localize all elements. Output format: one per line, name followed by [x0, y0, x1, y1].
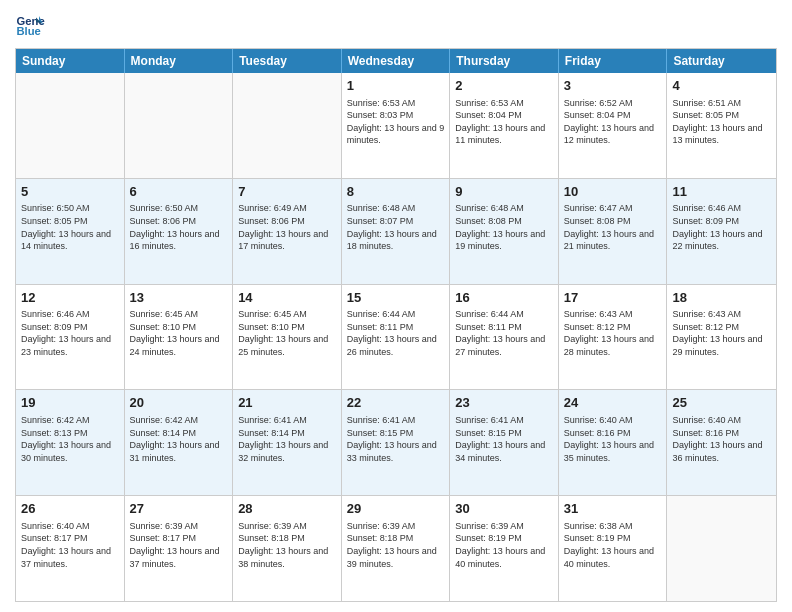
day-info: Sunrise: 6:46 AM Sunset: 8:09 PM Dayligh… [672, 202, 771, 252]
weekday-header: Tuesday [233, 49, 342, 73]
calendar-cell: 4Sunrise: 6:51 AM Sunset: 8:05 PM Daylig… [667, 73, 776, 178]
calendar-row: 1Sunrise: 6:53 AM Sunset: 8:03 PM Daylig… [16, 73, 776, 178]
day-info: Sunrise: 6:44 AM Sunset: 8:11 PM Dayligh… [455, 308, 553, 358]
day-info: Sunrise: 6:41 AM Sunset: 8:15 PM Dayligh… [455, 414, 553, 464]
day-info: Sunrise: 6:49 AM Sunset: 8:06 PM Dayligh… [238, 202, 336, 252]
day-number: 31 [564, 500, 662, 518]
calendar-cell [233, 73, 342, 178]
day-number: 29 [347, 500, 445, 518]
calendar-cell: 20Sunrise: 6:42 AM Sunset: 8:14 PM Dayli… [125, 390, 234, 495]
day-info: Sunrise: 6:45 AM Sunset: 8:10 PM Dayligh… [130, 308, 228, 358]
day-number: 5 [21, 183, 119, 201]
day-number: 9 [455, 183, 553, 201]
calendar-cell: 30Sunrise: 6:39 AM Sunset: 8:19 PM Dayli… [450, 496, 559, 601]
day-info: Sunrise: 6:47 AM Sunset: 8:08 PM Dayligh… [564, 202, 662, 252]
day-number: 22 [347, 394, 445, 412]
day-info: Sunrise: 6:42 AM Sunset: 8:14 PM Dayligh… [130, 414, 228, 464]
calendar-cell: 28Sunrise: 6:39 AM Sunset: 8:18 PM Dayli… [233, 496, 342, 601]
day-number: 20 [130, 394, 228, 412]
weekday-header: Monday [125, 49, 234, 73]
day-info: Sunrise: 6:43 AM Sunset: 8:12 PM Dayligh… [564, 308, 662, 358]
day-number: 27 [130, 500, 228, 518]
day-number: 16 [455, 289, 553, 307]
day-info: Sunrise: 6:39 AM Sunset: 8:18 PM Dayligh… [347, 520, 445, 570]
calendar-cell: 18Sunrise: 6:43 AM Sunset: 8:12 PM Dayli… [667, 285, 776, 390]
day-info: Sunrise: 6:42 AM Sunset: 8:13 PM Dayligh… [21, 414, 119, 464]
day-number: 13 [130, 289, 228, 307]
day-number: 10 [564, 183, 662, 201]
calendar-cell: 10Sunrise: 6:47 AM Sunset: 8:08 PM Dayli… [559, 179, 668, 284]
calendar-cell: 16Sunrise: 6:44 AM Sunset: 8:11 PM Dayli… [450, 285, 559, 390]
day-number: 12 [21, 289, 119, 307]
day-number: 25 [672, 394, 771, 412]
calendar-cell [16, 73, 125, 178]
day-info: Sunrise: 6:44 AM Sunset: 8:11 PM Dayligh… [347, 308, 445, 358]
day-info: Sunrise: 6:39 AM Sunset: 8:17 PM Dayligh… [130, 520, 228, 570]
calendar-body: 1Sunrise: 6:53 AM Sunset: 8:03 PM Daylig… [16, 73, 776, 601]
calendar-cell: 8Sunrise: 6:48 AM Sunset: 8:07 PM Daylig… [342, 179, 451, 284]
day-info: Sunrise: 6:48 AM Sunset: 8:07 PM Dayligh… [347, 202, 445, 252]
day-number: 14 [238, 289, 336, 307]
day-info: Sunrise: 6:48 AM Sunset: 8:08 PM Dayligh… [455, 202, 553, 252]
day-info: Sunrise: 6:46 AM Sunset: 8:09 PM Dayligh… [21, 308, 119, 358]
calendar-cell: 29Sunrise: 6:39 AM Sunset: 8:18 PM Dayli… [342, 496, 451, 601]
day-number: 24 [564, 394, 662, 412]
day-number: 3 [564, 77, 662, 95]
calendar-cell [667, 496, 776, 601]
day-number: 11 [672, 183, 771, 201]
day-number: 1 [347, 77, 445, 95]
calendar-cell: 26Sunrise: 6:40 AM Sunset: 8:17 PM Dayli… [16, 496, 125, 601]
day-info: Sunrise: 6:50 AM Sunset: 8:06 PM Dayligh… [130, 202, 228, 252]
calendar-header: SundayMondayTuesdayWednesdayThursdayFrid… [16, 49, 776, 73]
logo: General Blue [15, 10, 45, 40]
logo-icon: General Blue [15, 10, 45, 40]
day-info: Sunrise: 6:39 AM Sunset: 8:18 PM Dayligh… [238, 520, 336, 570]
day-number: 6 [130, 183, 228, 201]
day-info: Sunrise: 6:50 AM Sunset: 8:05 PM Dayligh… [21, 202, 119, 252]
calendar-cell: 9Sunrise: 6:48 AM Sunset: 8:08 PM Daylig… [450, 179, 559, 284]
calendar: SundayMondayTuesdayWednesdayThursdayFrid… [15, 48, 777, 602]
weekday-header: Wednesday [342, 49, 451, 73]
weekday-header: Saturday [667, 49, 776, 73]
calendar-row: 12Sunrise: 6:46 AM Sunset: 8:09 PM Dayli… [16, 284, 776, 390]
day-number: 26 [21, 500, 119, 518]
day-number: 21 [238, 394, 336, 412]
day-info: Sunrise: 6:51 AM Sunset: 8:05 PM Dayligh… [672, 97, 771, 147]
day-number: 4 [672, 77, 771, 95]
calendar-cell: 21Sunrise: 6:41 AM Sunset: 8:14 PM Dayli… [233, 390, 342, 495]
day-info: Sunrise: 6:39 AM Sunset: 8:19 PM Dayligh… [455, 520, 553, 570]
calendar-cell: 6Sunrise: 6:50 AM Sunset: 8:06 PM Daylig… [125, 179, 234, 284]
day-info: Sunrise: 6:40 AM Sunset: 8:17 PM Dayligh… [21, 520, 119, 570]
calendar-row: 5Sunrise: 6:50 AM Sunset: 8:05 PM Daylig… [16, 178, 776, 284]
calendar-cell: 11Sunrise: 6:46 AM Sunset: 8:09 PM Dayli… [667, 179, 776, 284]
page: General Blue SundayMondayTuesdayWednesda… [0, 0, 792, 612]
calendar-row: 19Sunrise: 6:42 AM Sunset: 8:13 PM Dayli… [16, 389, 776, 495]
svg-text:Blue: Blue [17, 25, 41, 37]
day-info: Sunrise: 6:43 AM Sunset: 8:12 PM Dayligh… [672, 308, 771, 358]
day-info: Sunrise: 6:40 AM Sunset: 8:16 PM Dayligh… [672, 414, 771, 464]
calendar-cell: 27Sunrise: 6:39 AM Sunset: 8:17 PM Dayli… [125, 496, 234, 601]
calendar-cell: 13Sunrise: 6:45 AM Sunset: 8:10 PM Dayli… [125, 285, 234, 390]
day-number: 23 [455, 394, 553, 412]
calendar-cell: 31Sunrise: 6:38 AM Sunset: 8:19 PM Dayli… [559, 496, 668, 601]
day-number: 19 [21, 394, 119, 412]
calendar-cell: 23Sunrise: 6:41 AM Sunset: 8:15 PM Dayli… [450, 390, 559, 495]
day-info: Sunrise: 6:53 AM Sunset: 8:04 PM Dayligh… [455, 97, 553, 147]
calendar-cell: 24Sunrise: 6:40 AM Sunset: 8:16 PM Dayli… [559, 390, 668, 495]
calendar-row: 26Sunrise: 6:40 AM Sunset: 8:17 PM Dayli… [16, 495, 776, 601]
calendar-cell: 14Sunrise: 6:45 AM Sunset: 8:10 PM Dayli… [233, 285, 342, 390]
day-number: 30 [455, 500, 553, 518]
day-number: 18 [672, 289, 771, 307]
day-info: Sunrise: 6:53 AM Sunset: 8:03 PM Dayligh… [347, 97, 445, 147]
calendar-cell: 5Sunrise: 6:50 AM Sunset: 8:05 PM Daylig… [16, 179, 125, 284]
calendar-cell: 19Sunrise: 6:42 AM Sunset: 8:13 PM Dayli… [16, 390, 125, 495]
day-info: Sunrise: 6:45 AM Sunset: 8:10 PM Dayligh… [238, 308, 336, 358]
day-info: Sunrise: 6:40 AM Sunset: 8:16 PM Dayligh… [564, 414, 662, 464]
day-number: 15 [347, 289, 445, 307]
calendar-cell: 3Sunrise: 6:52 AM Sunset: 8:04 PM Daylig… [559, 73, 668, 178]
header: General Blue [15, 10, 777, 40]
day-number: 17 [564, 289, 662, 307]
weekday-header: Sunday [16, 49, 125, 73]
calendar-cell: 15Sunrise: 6:44 AM Sunset: 8:11 PM Dayli… [342, 285, 451, 390]
day-number: 2 [455, 77, 553, 95]
